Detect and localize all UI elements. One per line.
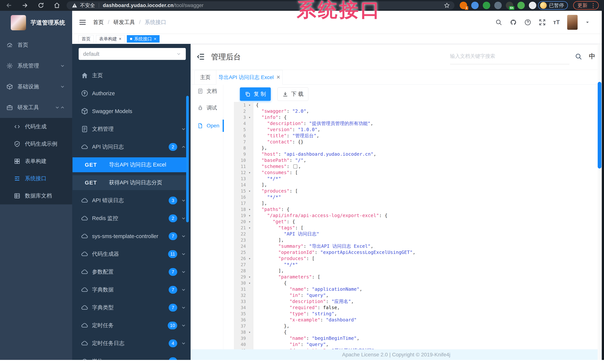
back-icon[interactable] [6,2,12,9]
code-line: 11 "schemes": , [234,163,598,169]
sidebar-item[interactable]: 基础设施 [0,76,72,97]
reload-icon[interactable] [38,2,44,9]
fold-toggle-icon[interactable]: ▾ [246,281,253,285]
swagger-menu-item[interactable]: Swagger Models [72,102,191,120]
extension-icon[interactable] [529,2,536,9]
swagger-group-item[interactable]: Redis 监控 2 [72,209,191,227]
line-number: 24 [234,244,246,249]
swagger-group-item[interactable]: 字典数据 7 [72,281,191,299]
swagger-group-item[interactable]: 参数配置 7 [72,263,191,281]
swagger-menu-item[interactable]: 文档管理 [72,120,191,138]
sidebar-subitem[interactable]: 系统接口 [0,170,72,187]
security-label[interactable]: 不安全 [80,2,95,9]
extension-icon[interactable] [483,2,490,9]
code-line: 36 "x-example": "dashboard" [234,317,598,323]
swagger-group-api-access-log[interactable]: API 访问日志 2 [72,138,191,156]
question-icon[interactable] [524,19,531,26]
extension-icon[interactable] [494,2,502,9]
sidebar-item[interactable]: 研发工具 [0,97,72,118]
breadcrumb-item[interactable]: 研发工具 [113,19,135,26]
fullscreen-icon[interactable] [539,19,546,26]
cloud-icon [81,304,88,311]
fold-toggle-icon[interactable]: ▾ [246,220,253,224]
homebtn-icon[interactable] [53,2,60,9]
http-method-label: GET [85,162,97,168]
fold-toggle-icon[interactable]: ▾ [246,115,253,119]
collapsed-array-icon[interactable] [293,164,297,168]
search-icon[interactable] [575,53,582,60]
document-tabs: 主页 ✕ 导出API 访问日志 Excel ✕ [191,70,602,85]
infra-icon [6,83,13,90]
address-bar[interactable]: 不安全 dashboard.yudao.iocoder.cn /tool/swa… [67,1,454,10]
sidebar-subitem[interactable]: 代码生成示例 [0,135,72,152]
doc-search-input[interactable] [450,48,569,64]
fold-toggle-icon[interactable]: ▾ [246,214,253,217]
breadcrumb-item[interactable]: 首页 [93,19,104,26]
code-line: 38▾ { [234,329,598,335]
bookmark-star-icon[interactable] [444,2,450,9]
sidebar-scrollbar-thumb[interactable] [186,96,189,222]
fold-toggle-icon[interactable]: ▾ [246,171,253,175]
forward-icon[interactable] [22,2,28,9]
view-tag[interactable]: 首页 × [78,35,94,43]
close-tag-icon[interactable]: × [154,37,156,41]
swagger-menu-item[interactable]: Authorize [72,85,191,102]
extension-icon[interactable]: 1 [460,2,467,9]
language-switch-icon[interactable]: 中 [589,52,595,61]
fold-toggle-icon[interactable]: ▾ [246,330,253,334]
user-avatar[interactable] [567,15,578,30]
swagger-group-item[interactable]: API 错误日志 3 [72,192,191,209]
download-button[interactable]: 下 载 [277,88,308,101]
extension-icon[interactable] [517,2,525,9]
font-size-icon[interactable]: ᴛT [553,19,560,26]
paused-indicator-button[interactable]: 已暂停 [538,1,568,10]
extension-icon[interactable] [471,2,479,9]
fold-toggle-icon[interactable]: ▾ [246,208,253,211]
endpoint-row[interactable]: GET 获得API 访问日志分页 [72,174,191,192]
breadcrumb-item[interactable]: 系统接口 [145,19,166,26]
endpoint-row[interactable]: GET 导出API 访问日志 Excel [72,156,191,174]
doc-mode-item[interactable]: Open [191,120,223,131]
swagger-menu-item[interactable]: 主页 [72,67,191,85]
fold-toggle-icon[interactable]: ▾ [246,275,253,279]
hamburger-icon[interactable] [78,18,87,26]
sidebar-subitem[interactable]: 数据库文档 [0,187,72,204]
collapse-sidebar-icon[interactable] [197,52,205,61]
browser-menu-icon[interactable]: ⋮ [591,2,596,9]
view-tag[interactable]: 表单构建 × [96,35,125,43]
close-tag-icon[interactable]: × [119,37,121,41]
swagger-group-item[interactable]: sys-sms-template-controller 7 [72,227,191,245]
copy-button[interactable]: 复 制 [240,88,271,101]
search-icon[interactable] [495,19,502,26]
extension-icon[interactable]: 6h [506,2,513,9]
swagger-group-item[interactable]: 岗位 [72,352,191,360]
close-tab-icon[interactable]: ✕ [276,75,280,80]
browser-update-button[interactable]: 更新 ⋮ [573,1,599,10]
doc-mode-item[interactable]: 文档 [191,85,223,97]
sidebar-subitem[interactable]: 代码生成 [0,118,72,135]
copy-icon [245,91,251,97]
code-text: "consumes": [ [253,170,298,175]
line-number: 40 [234,342,246,347]
swagger-group-item[interactable]: 代码生成器 11 [72,245,191,263]
fold-toggle-icon[interactable]: ▾ [246,257,253,260]
swagger-json-editor[interactable]: 1▾{2 "swagger": "2.0",3▾ "info": {4 "des… [234,102,598,349]
document-tab[interactable]: 主页 ✕ [194,70,216,85]
fold-toggle-icon[interactable]: ▾ [246,189,253,193]
page-scrollbar-thumb[interactable] [598,82,601,168]
fold-toggle-icon[interactable]: ▾ [246,226,253,230]
code-line: 41 "description": "开始开始请求时间" [234,347,598,349]
api-group-select[interactable]: default [79,48,186,60]
sidebar-item[interactable]: 首页 [0,35,72,55]
swagger-group-item[interactable]: 定时任务 10 [72,317,191,334]
fold-toggle-icon[interactable]: ▾ [246,103,253,107]
view-tag[interactable]: 系统接口 × [127,35,160,43]
sidebar-item[interactable]: 系统管理 [0,55,72,76]
github-icon[interactable] [510,19,517,26]
doc-mode-item[interactable]: 调试 [191,102,223,114]
swagger-group-item[interactable]: 字典类型 7 [72,299,191,317]
avatar-caret-down-icon[interactable] [585,20,590,25]
sidebar-subitem[interactable]: 表单构建 [0,152,72,170]
document-tab[interactable]: 导出API 访问日志 Excel ✕ [216,70,283,85]
swagger-group-item[interactable]: 定时任务日志 4 [72,334,191,352]
